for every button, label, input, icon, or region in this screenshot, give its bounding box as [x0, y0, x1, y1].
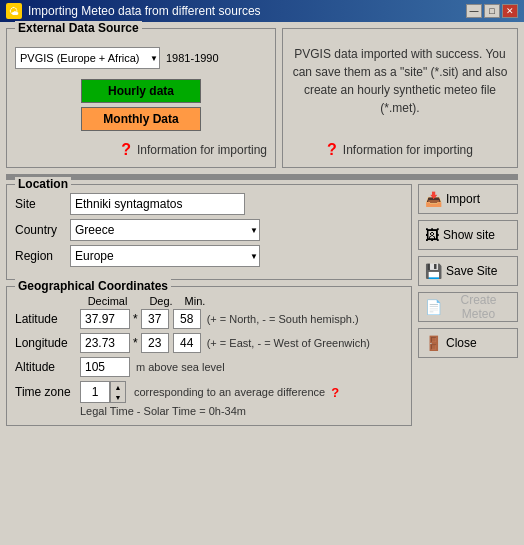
geo-title: Geographical Coordinates	[15, 279, 171, 293]
region-select[interactable]: Europe	[70, 245, 260, 267]
location-title: Location	[15, 177, 71, 191]
decimal-header: Decimal	[80, 295, 135, 307]
save-site-button[interactable]: 💾 Save Site	[418, 256, 518, 286]
lon-sep: *	[133, 336, 138, 350]
location-panel: Location Site Country Greece ▼	[6, 184, 412, 280]
save-site-label: Save Site	[446, 264, 497, 278]
pvgis-info-icon: ?	[327, 141, 337, 159]
external-data-title: External Data Source	[15, 21, 142, 35]
lat-hint: (+ = North, - = South hemisph.)	[207, 313, 359, 325]
lat-sep: *	[133, 312, 138, 326]
country-label: Country	[15, 223, 70, 237]
import-label: Import	[446, 192, 480, 206]
save-site-icon: 💾	[425, 263, 442, 279]
pvgis-info-label: Information for importing	[343, 143, 473, 157]
section-divider	[6, 174, 518, 180]
lon-label: Longitude	[15, 336, 80, 350]
create-meteo-label: Create Meteo	[446, 293, 511, 321]
show-site-label: Show site	[443, 228, 495, 242]
create-meteo-button[interactable]: 📄 Create Meteo	[418, 292, 518, 322]
info-question-icon: ?	[121, 141, 131, 159]
lat-decimal-input[interactable]	[80, 309, 130, 329]
lon-min-input[interactable]	[173, 333, 201, 353]
lat-deg-input[interactable]	[141, 309, 169, 329]
lat-label: Latitude	[15, 312, 80, 326]
region-label: Region	[15, 249, 70, 263]
show-site-button[interactable]: 🖼 Show site	[418, 220, 518, 250]
lon-deg-input[interactable]	[141, 333, 169, 353]
pvgis-message-panel: PVGIS data imported with success. You ca…	[282, 28, 518, 168]
show-site-icon: 🖼	[425, 227, 439, 243]
close-window-button[interactable]: ✕	[502, 4, 518, 18]
tz-down-button[interactable]: ▼	[111, 392, 125, 402]
tz-up-button[interactable]: ▲	[111, 382, 125, 392]
tz-desc: corresponding to an average difference	[134, 386, 325, 398]
tz-label: Time zone	[15, 385, 80, 399]
year-range-label: 1981-1990	[166, 52, 219, 64]
tz-solar-label: Legal Time - Solar Time = 0h-34m	[80, 405, 246, 417]
import-button[interactable]: 📥 Import	[418, 184, 518, 214]
close-icon: 🚪	[425, 335, 442, 351]
external-data-panel: External Data Source PVGIS (Europe + Afr…	[6, 28, 276, 168]
hourly-data-button[interactable]: Hourly data	[81, 79, 201, 103]
close-button[interactable]: 🚪 Close	[418, 328, 518, 358]
window-title: Importing Meteo data from different sour…	[28, 4, 261, 18]
create-meteo-icon: 📄	[425, 299, 442, 315]
close-label: Close	[446, 336, 477, 350]
min-header: Min.	[181, 295, 209, 307]
geo-panel: Geographical Coordinates Decimal Deg. Mi…	[6, 286, 412, 426]
alt-unit: m above sea level	[136, 361, 225, 373]
site-label: Site	[15, 197, 70, 211]
alt-label: Altitude	[15, 360, 80, 374]
info-label: Information for importing	[137, 143, 267, 157]
pvgis-source-select[interactable]: PVGIS (Europe + Africa)	[15, 47, 160, 69]
monthly-data-button[interactable]: Monthly Data	[81, 107, 201, 131]
pvgis-message: PVGIS data imported with success. You ca…	[291, 45, 509, 117]
site-input[interactable]	[70, 193, 245, 215]
deg-header: Deg.	[147, 295, 175, 307]
tz-input[interactable]	[80, 381, 110, 403]
minimize-button[interactable]: —	[466, 4, 482, 18]
lon-hint: (+ = East, - = West of Greenwich)	[207, 337, 370, 349]
window-icon: 🌤	[6, 3, 22, 19]
tz-question-icon: ?	[331, 385, 339, 400]
country-select[interactable]: Greece	[70, 219, 260, 241]
title-bar: 🌤 Importing Meteo data from different so…	[0, 0, 524, 22]
lon-decimal-input[interactable]	[80, 333, 130, 353]
alt-input[interactable]	[80, 357, 130, 377]
action-buttons-panel: 📥 Import 🖼 Show site 💾 Save Site 📄 Creat…	[418, 184, 518, 426]
maximize-button[interactable]: □	[484, 4, 500, 18]
lat-min-input[interactable]	[173, 309, 201, 329]
import-icon: 📥	[425, 191, 442, 207]
